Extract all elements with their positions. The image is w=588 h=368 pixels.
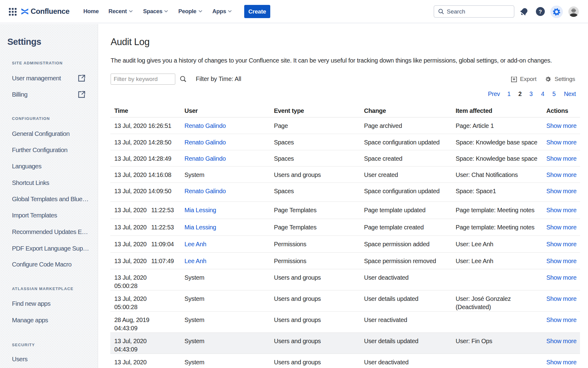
svg-text:?: ? <box>539 9 542 15</box>
